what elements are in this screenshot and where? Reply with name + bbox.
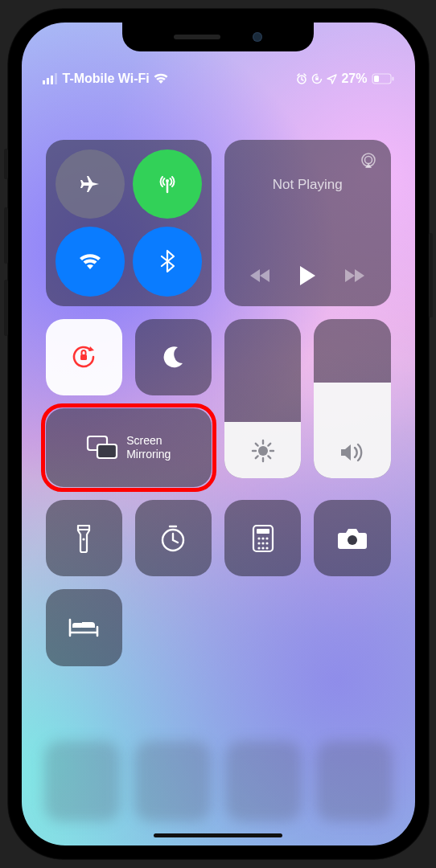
volume-slider[interactable] [314,319,390,478]
timer-button[interactable] [135,500,212,576]
phone-frame: T-Mobile Wi-Fi 27% [7,8,430,860]
svg-rect-2 [51,76,53,84]
svg-rect-3 [55,73,57,84]
volume-up-button [4,207,8,264]
svg-point-27 [257,547,260,549]
airplane-mode-button[interactable] [56,149,125,219]
connectivity-group[interactable] [46,140,212,306]
svg-point-17 [83,538,85,540]
do-not-disturb-button[interactable] [135,319,212,395]
bluetooth-icon [159,249,175,273]
wifi-icon [77,251,103,272]
calculator-icon [252,524,274,553]
svg-rect-20 [257,529,269,534]
mute-switch [4,149,8,179]
bed-icon [68,616,100,639]
flashlight-icon [75,523,93,554]
svg-point-21 [257,537,260,539]
side-button [429,233,433,317]
svg-rect-13 [80,354,87,360]
moon-icon [160,344,186,370]
location-icon [327,74,337,84]
airplane-icon [78,172,102,196]
wifi-button[interactable] [56,227,125,296]
media-controls-group[interactable]: Not Playing [224,140,391,306]
svg-point-14 [258,446,268,456]
svg-rect-8 [392,77,393,81]
battery-percent-label: 27% [341,72,367,86]
svg-point-12 [364,157,372,164]
calculator-button[interactable] [224,500,301,576]
bluetooth-button[interactable] [133,227,202,296]
svg-rect-6 [316,78,319,80]
svg-point-30 [348,535,357,545]
svg-rect-9 [374,76,379,82]
control-center: Not Playing [22,23,415,845]
svg-point-23 [265,537,268,539]
screen-mirroring-label: Screen Mirroring [126,434,171,461]
screen-mirroring-icon [86,435,118,461]
cellular-signal-icon [43,73,59,84]
volume-down-button [4,280,8,336]
screen: T-Mobile Wi-Fi 27% [22,23,415,845]
svg-rect-1 [47,78,49,84]
battery-icon [372,73,394,84]
carrier-label: T-Mobile Wi-Fi [63,72,150,86]
volume-fill [314,383,390,478]
svg-point-29 [265,547,268,549]
camera-icon [337,526,368,551]
brightness-slider[interactable] [224,319,301,478]
home-indicator[interactable] [154,833,282,837]
svg-rect-0 [43,80,45,84]
play-button[interactable] [298,264,317,287]
earpiece-speaker [174,35,220,39]
wifi-icon [154,73,168,84]
now-playing-label: Not Playing [239,177,376,193]
timer-icon [158,524,187,553]
svg-point-22 [261,537,264,539]
screen-mirroring-button[interactable]: Screen Mirroring [46,408,212,487]
next-track-button[interactable] [343,268,365,284]
cellular-data-button[interactable] [133,149,202,219]
antenna-icon [155,172,179,196]
flashlight-button[interactable] [46,500,122,576]
orientation-lock-icon [68,342,99,372]
svg-point-28 [261,547,264,549]
previous-track-button[interactable] [249,268,272,284]
svg-point-24 [257,542,260,544]
orientation-lock-button[interactable] [46,319,122,395]
camera-button[interactable] [314,500,390,576]
airplay-audio-icon[interactable] [359,151,378,170]
svg-rect-16 [97,444,117,458]
svg-point-26 [265,542,268,544]
orientation-lock-icon [311,73,323,84]
brightness-icon [250,438,276,464]
front-camera [253,32,262,42]
volume-icon [339,441,366,464]
dock-blurred [22,741,415,821]
notch [122,23,314,51]
alarm-icon [296,73,307,84]
svg-point-25 [261,542,264,544]
sleep-button[interactable] [46,589,122,665]
